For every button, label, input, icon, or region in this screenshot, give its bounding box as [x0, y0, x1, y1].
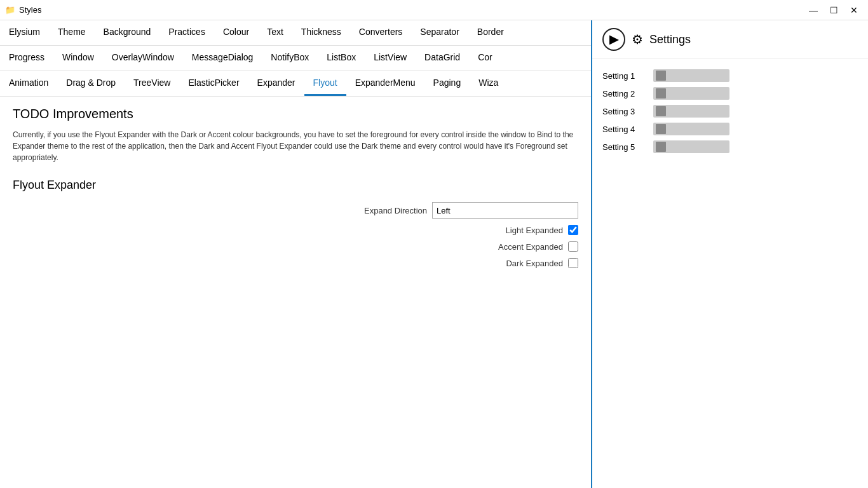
expand-direction-row: Expand Direction	[13, 202, 578, 219]
accent-expanded-label: Accent Expanded	[487, 242, 563, 252]
nav-item-treeview[interactable]: TreeView	[125, 71, 179, 96]
setting-slider-thumb-5	[656, 142, 666, 152]
setting-label-1: Setting 1	[602, 71, 647, 81]
nav-item-separator[interactable]: Separator	[411, 20, 468, 45]
nav-item-practices[interactable]: Practices	[159, 20, 214, 45]
setting-row-1: Setting 1	[602, 69, 858, 82]
nav-item-expander[interactable]: Expander	[248, 71, 304, 96]
nav-item-overlaywindow[interactable]: OverlayWindow	[103, 46, 183, 71]
nav-item-expandermenu[interactable]: ExpanderMenu	[346, 71, 424, 96]
setting-slider-4[interactable]	[653, 123, 729, 135]
dark-expanded-checkbox[interactable]	[568, 258, 578, 268]
setting-slider-3[interactable]	[653, 105, 729, 118]
title-bar-icon: 📁	[5, 5, 15, 15]
gear-icon: ⚙	[632, 32, 643, 47]
nav-item-theme[interactable]: Theme	[49, 20, 95, 45]
right-header: ▶ ⚙ Settings	[592, 20, 868, 59]
close-button[interactable]: ✕	[845, 3, 863, 17]
nav-row-3: Animation Drag & Drop TreeView ElasticPi…	[0, 71, 591, 97]
setting-slider-thumb-4	[656, 124, 666, 134]
left-panel: Elysium Theme Background Practices Colou…	[0, 20, 592, 488]
nav-item-wiza[interactable]: Wiza	[470, 71, 507, 96]
app-body: Elysium Theme Background Practices Colou…	[0, 20, 868, 488]
nav-item-thickness[interactable]: Thickness	[292, 20, 350, 45]
minimize-button[interactable]: —	[804, 3, 822, 17]
nav-row-1: Elysium Theme Background Practices Colou…	[0, 20, 591, 46]
setting-slider-2[interactable]	[653, 87, 729, 100]
dark-expanded-row: Dark Expanded	[13, 258, 578, 268]
nav-item-listview[interactable]: ListView	[365, 46, 416, 71]
content-heading: TODO Improvements	[13, 107, 578, 121]
nav-item-progress[interactable]: Progress	[0, 46, 53, 71]
setting-slider-5[interactable]	[653, 140, 729, 153]
nav-item-flyout[interactable]: Flyout	[304, 71, 346, 96]
nav-item-elysium[interactable]: Elysium	[0, 20, 49, 45]
setting-slider-thumb-2	[656, 88, 666, 98]
setting-row-5: Setting 5	[602, 140, 858, 153]
nav-row-2: Progress Window OverlayWindow MessageDia…	[0, 46, 591, 71]
accent-expanded-checkbox[interactable]	[568, 241, 578, 252]
setting-slider-1[interactable]	[653, 69, 729, 82]
title-bar-controls: — ☐ ✕	[804, 3, 863, 17]
nav-item-border[interactable]: Border	[468, 20, 513, 45]
nav-item-messagedialog[interactable]: MessageDialog	[183, 46, 262, 71]
nav-item-converters[interactable]: Converters	[350, 20, 411, 45]
light-expanded-checkbox[interactable]	[568, 225, 578, 235]
setting-label-3: Setting 3	[602, 107, 647, 116]
maximize-button[interactable]: ☐	[825, 3, 843, 17]
expand-direction-label: Expand Direction	[351, 206, 427, 215]
nav-item-listbox[interactable]: ListBox	[318, 46, 365, 71]
nav-item-window[interactable]: Window	[53, 46, 103, 71]
nav-item-dragdrop[interactable]: Drag & Drop	[57, 71, 125, 96]
setting-label-4: Setting 4	[602, 125, 647, 134]
expand-direction-input[interactable]	[432, 202, 578, 219]
setting-row-4: Setting 4	[602, 123, 858, 135]
nav-circle-button[interactable]: ▶	[602, 28, 625, 51]
nav-item-datagrid[interactable]: DataGrid	[416, 46, 469, 71]
setting-row-2: Setting 2	[602, 87, 858, 100]
setting-slider-thumb-3	[656, 106, 666, 116]
nav-item-cor[interactable]: Cor	[469, 46, 501, 71]
nav-item-elasticpicker[interactable]: ElasticPicker	[179, 71, 248, 96]
nav-item-paging[interactable]: Paging	[424, 71, 470, 96]
content-area: TODO Improvements Currently, if you use …	[0, 97, 591, 488]
accent-expanded-row: Accent Expanded	[13, 241, 578, 252]
title-bar: 📁 Styles — ☐ ✕	[0, 0, 868, 20]
setting-row-3: Setting 3	[602, 105, 858, 118]
setting-label-5: Setting 5	[602, 142, 647, 152]
nav-item-background[interactable]: Background	[95, 20, 160, 45]
setting-label-2: Setting 2	[602, 89, 647, 98]
nav-item-text[interactable]: Text	[258, 20, 292, 45]
form-section: Expand Direction Light Expanded Accent E…	[13, 202, 578, 269]
dark-expanded-label: Dark Expanded	[487, 259, 563, 268]
settings-list: Setting 1 Setting 2 Setting 3 Setting 4	[592, 59, 868, 163]
title-bar-title: Styles	[19, 5, 804, 15]
section-title: Flyout Expander	[13, 179, 578, 192]
light-expanded-label: Light Expanded	[487, 226, 563, 235]
nav-item-colour[interactable]: Colour	[214, 20, 258, 45]
content-description: Currently, if you use the Flyout Expande…	[13, 129, 578, 163]
nav-item-notifybox[interactable]: NotifyBox	[262, 46, 318, 71]
light-expanded-row: Light Expanded	[13, 225, 578, 235]
setting-slider-thumb-1	[656, 71, 666, 81]
right-panel: ▶ ⚙ Settings Setting 1 Setting 2 Setting…	[592, 20, 868, 488]
settings-title: Settings	[649, 33, 691, 46]
nav-item-animation[interactable]: Animation	[0, 71, 57, 96]
